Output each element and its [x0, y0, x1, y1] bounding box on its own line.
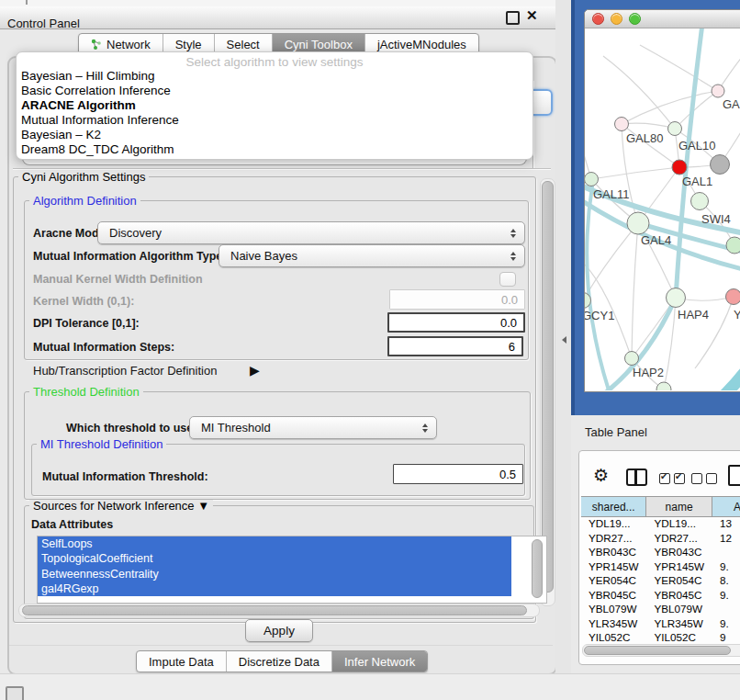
network-icon	[91, 39, 102, 51]
network-node-gal80[interactable]	[615, 118, 629, 131]
apply-button[interactable]: Apply	[245, 619, 313, 642]
network-node-gray-hub[interactable]	[711, 155, 730, 175]
dropdown-item-bayesian-k2[interactable]: Bayesian – K2	[17, 128, 533, 142]
collapsed-panel-icon[interactable]	[6, 686, 24, 700]
table-row[interactable]: YBR043CYBR043C	[581, 546, 740, 560]
tab-discretize-data[interactable]: Discretize Data	[227, 651, 332, 672]
list-item-label: gal4RGexp	[38, 581, 511, 596]
table-row[interactable]: YPR145WYPR145W9.	[581, 560, 740, 575]
dpi-tolerance-field[interactable]: 0.0	[387, 312, 525, 333]
network-canvas[interactable]: GALGAL80GAL10GAL1GAL11SWI4GAL4GCY1HAP4YH…	[585, 28, 740, 390]
mi-threshold-field[interactable]: 0.5	[393, 464, 523, 484]
sources-legend: Sources for Network Inference ▼	[29, 500, 213, 513]
table-row[interactable]: YBR045CYBR045C9.	[581, 589, 740, 604]
dropdown-item-mutual-information-inference[interactable]: Mutual Information Inference	[17, 113, 533, 128]
data-attributes-list[interactable]: SelfLoopsTopologicalCoefficientBetweenne…	[37, 536, 547, 604]
network-node-hap2[interactable]	[625, 352, 639, 366]
network-node-right-green[interactable]	[726, 237, 740, 254]
network-node-gal4[interactable]	[627, 212, 649, 234]
list-scrollbar-thumb[interactable]	[532, 539, 543, 598]
aracne-mode-combo[interactable]: Discovery	[97, 221, 525, 244]
table-cell: 9.	[712, 560, 740, 575]
table-row[interactable]: YDL19...YDL19...13	[581, 517, 740, 532]
panel-divider[interactable]	[555, 0, 571, 700]
network-node-left-green[interactable]	[585, 173, 599, 186]
node-label-gcy1: GCY1	[585, 309, 614, 322]
tab-label: jActiveMNodules	[377, 38, 466, 51]
table-panel-card: ⚙ shared...nameA YDL19...YDL19...13YDR27…	[578, 450, 740, 665]
mi-type-value: Naive Bayes	[230, 249, 297, 263]
combo-stepper-icon	[422, 423, 428, 433]
table-row[interactable]: YLR345WYLR345W9.	[581, 617, 740, 632]
tab-label: Impute Data	[149, 655, 214, 669]
panel-bottom-divider	[9, 645, 553, 646]
dropdown-item-aracne-algorithm[interactable]: ARACNE Algorithm	[17, 98, 533, 113]
dropdown-item-basic-correlation-inference[interactable]: Basic Correlation Inference	[17, 84, 533, 98]
tab-impute-data[interactable]: Impute Data	[137, 651, 227, 672]
page-icon[interactable]	[728, 465, 740, 486]
table-cell: 13	[712, 517, 740, 532]
list-item-gal4rgexp[interactable]: gal4RGexp	[38, 581, 546, 596]
table-row[interactable]: YER054CYER054C8.	[581, 574, 740, 589]
top-tick	[26, 0, 28, 5]
tab-infer-network[interactable]: Infer Network	[332, 651, 427, 672]
unchecked-pair-icon[interactable]	[691, 471, 721, 488]
threshold-definition-legend: Threshold Definition	[29, 386, 143, 399]
checked-pair-icon[interactable]	[659, 471, 689, 488]
table-cell: YLR345W	[646, 617, 712, 632]
kernel-width-field[interactable]: 0.0	[389, 289, 525, 310]
list-item-selfloops[interactable]: SelfLoops	[38, 536, 546, 551]
tab-label: Style	[175, 38, 202, 51]
hub-definition-label: Hub/Transcription Factor Definition	[33, 364, 217, 378]
column-header-name[interactable]: name	[646, 497, 712, 516]
which-threshold-label: Which threshold to use:	[66, 422, 196, 435]
divider-collapse-icon[interactable]	[562, 336, 566, 344]
dropdown-item-bayesian-hill-climbing[interactable]: Bayesian – Hill Climbing	[17, 69, 533, 84]
node-label-gal4: GAL4	[641, 233, 671, 247]
minimize-window-icon[interactable]	[611, 13, 622, 25]
table-cell: YBL079W	[581, 603, 646, 617]
which-threshold-combo[interactable]: MI Threshold	[189, 416, 437, 439]
network-node-hap4[interactable]	[667, 288, 686, 308]
mi-steps-label: Mutual Information Steps:	[33, 341, 174, 354]
bottom-tab-bar: Impute DataDiscretize DataInfer Network	[136, 650, 428, 672]
sources-expander-icon[interactable]: ▼	[197, 499, 209, 513]
close-icon[interactable]: ✕	[526, 7, 538, 24]
dropdown-item-dream8-dc-tdc-algorithm[interactable]: Dream8 DC_TDC Algorithm	[17, 142, 533, 157]
network-edge	[585, 130, 591, 179]
column-header-shared[interactable]: shared...	[581, 497, 646, 516]
network-node-salmon[interactable]	[726, 289, 740, 305]
aracne-mode-value: Discovery	[109, 226, 162, 240]
settings-scrollbar-thumb[interactable]	[542, 181, 554, 593]
network-node-gal10[interactable]	[668, 122, 682, 136]
mi-steps-field[interactable]: 6	[387, 336, 523, 356]
table-row[interactable]: YBL079WYBL079W	[581, 603, 740, 617]
table-cell: 12	[712, 532, 740, 547]
hub-expander-icon[interactable]: ▶	[250, 363, 260, 378]
table-hscrollbar-thumb[interactable]	[584, 646, 731, 655]
column-header-a[interactable]: A	[712, 497, 740, 516]
table-row[interactable]: YDR27...YDR27...12	[581, 532, 740, 547]
table-cell: YBL079W	[646, 603, 712, 617]
zoom-window-icon[interactable]	[629, 13, 641, 25]
dpi-tolerance-label: DPI Tolerance [0,1]:	[33, 317, 140, 330]
network-node-bottom-green[interactable]	[656, 382, 671, 390]
mi-type-combo[interactable]: Naive Bayes	[219, 244, 525, 267]
settings-hscrollbar-thumb[interactable]	[22, 605, 527, 615]
columns-icon[interactable]	[626, 469, 647, 486]
float-panel-icon[interactable]	[506, 11, 520, 25]
list-item-topologicalcoefficient[interactable]: TopologicalCoefficient	[38, 551, 546, 566]
tab-label: Infer Network	[344, 655, 415, 669]
close-window-icon[interactable]	[592, 13, 604, 25]
network-window-titlebar[interactable]	[585, 10, 740, 28]
manual-kernel-label: Manual Kernel Width Definition	[33, 273, 203, 286]
network-node-top-pink[interactable]	[712, 85, 724, 97]
node-label-hap4: HAP4	[678, 308, 709, 322]
gear-icon[interactable]: ⚙	[593, 467, 609, 484]
manual-kernel-checkbox[interactable]	[499, 272, 516, 287]
table-cell: YBR043C	[581, 546, 646, 560]
network-view-window: GALGAL80GAL10GAL1GAL11SWI4GAL4GCY1HAP4YH…	[584, 9, 740, 392]
list-item-betweennesscentrality[interactable]: BetweennessCentrality	[38, 567, 546, 581]
network-node-gal1[interactable]	[672, 160, 687, 175]
network-node-swi4[interactable]	[691, 193, 709, 210]
